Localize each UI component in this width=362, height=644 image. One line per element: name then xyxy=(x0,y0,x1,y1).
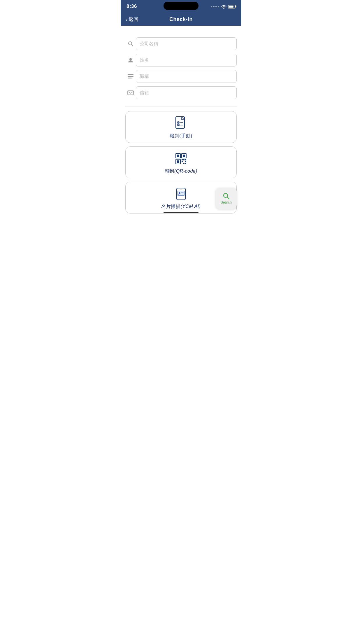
svg-rect-6 xyxy=(128,78,132,78)
search-field-icon xyxy=(125,41,136,47)
svg-rect-25 xyxy=(185,163,186,164)
svg-rect-5 xyxy=(128,76,133,77)
card-scan-label: 名片掃描(YCM AI) xyxy=(161,204,201,210)
svg-rect-4 xyxy=(128,74,133,75)
email-icon xyxy=(125,90,136,95)
battery-fill xyxy=(229,6,233,8)
home-indicator xyxy=(164,212,198,213)
status-bar: 8:36 xyxy=(121,0,241,13)
nav-bar: ‹ 返回 Check-in xyxy=(121,13,241,26)
manual-checkin-label: 報到(手動) xyxy=(170,133,192,139)
wifi-icon xyxy=(221,4,226,8)
svg-point-28 xyxy=(179,192,180,194)
back-label: 返回 xyxy=(129,16,138,23)
svg-rect-23 xyxy=(185,161,186,162)
email-input-row xyxy=(125,86,237,99)
search-fab-button[interactable]: Search xyxy=(216,188,237,209)
name-input-row xyxy=(125,54,237,66)
svg-rect-22 xyxy=(182,161,183,162)
qrcode-icon xyxy=(174,151,188,166)
svg-line-2 xyxy=(131,45,133,46)
checklist-icon xyxy=(174,116,188,131)
title-input-row xyxy=(125,70,237,83)
svg-rect-16 xyxy=(183,155,185,157)
status-time: 8:36 xyxy=(126,4,137,9)
qrcode-checkin-label: 報到(QR-code) xyxy=(165,168,197,174)
signal-dot-1 xyxy=(211,6,212,7)
svg-rect-20 xyxy=(183,159,184,160)
signal-dots xyxy=(211,6,219,7)
person-icon xyxy=(125,57,136,63)
back-button[interactable]: ‹ 返回 xyxy=(125,16,138,23)
svg-rect-24 xyxy=(183,163,184,164)
form-divider xyxy=(125,106,237,106)
back-chevron-icon: ‹ xyxy=(125,16,127,22)
company-input-row xyxy=(125,37,237,50)
svg-rect-19 xyxy=(182,159,183,160)
manual-checkin-button[interactable]: 報到(手動) xyxy=(125,111,237,143)
company-input[interactable] xyxy=(136,37,237,50)
email-input[interactable] xyxy=(136,86,237,99)
signal-dot-4 xyxy=(218,6,219,7)
signal-dot-2 xyxy=(213,6,215,7)
svg-rect-18 xyxy=(177,160,179,163)
status-icons xyxy=(211,4,236,8)
page-title: Check-in xyxy=(169,16,193,22)
svg-rect-21 xyxy=(185,159,186,160)
svg-rect-7 xyxy=(128,91,133,95)
name-input[interactable] xyxy=(136,54,237,66)
svg-point-31 xyxy=(180,189,182,190)
svg-line-39 xyxy=(227,197,229,199)
main-content: 報到(手動) 報到(QR-code) xyxy=(121,26,241,215)
svg-point-3 xyxy=(129,58,132,60)
signal-dot-3 xyxy=(215,6,217,7)
job-title-input[interactable] xyxy=(136,70,237,83)
title-icon xyxy=(125,74,136,79)
notch xyxy=(164,2,198,10)
battery-icon xyxy=(228,5,236,8)
svg-point-0 xyxy=(223,8,224,9)
search-fab-label: Search xyxy=(221,200,232,204)
card-scan-icon xyxy=(174,187,188,201)
form-area xyxy=(125,37,237,99)
search-fab-icon xyxy=(222,192,230,200)
qrcode-checkin-button[interactable]: 報到(QR-code) xyxy=(125,146,237,178)
svg-rect-14 xyxy=(177,155,179,157)
